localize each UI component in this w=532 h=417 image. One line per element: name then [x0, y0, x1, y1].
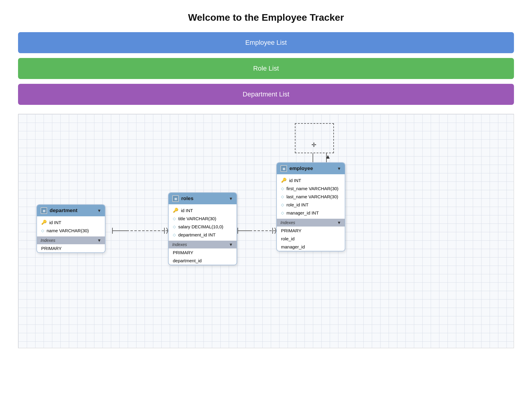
- diamond-icon: ◇: [281, 211, 284, 215]
- employee-field-firstname: ◇ first_name VARCHAR(30): [277, 184, 345, 193]
- employee-index-roleid: role_id: [277, 235, 345, 243]
- diamond-icon: ◇: [173, 224, 176, 229]
- employee-index-primary: PRIMARY: [277, 227, 345, 235]
- indexes-chevron-icon: ▼: [97, 238, 101, 243]
- diamond-icon: ◇: [281, 194, 284, 199]
- employee-fields: 🔑 id INT ◇ first_name VARCHAR(30) ◇ last…: [277, 174, 345, 219]
- roles-table: ▦ roles ▼ 🔑 id INT ◇ title VARCHAR(30) ◇…: [168, 192, 237, 265]
- roles-table-name: roles: [181, 196, 194, 202]
- department-fields: 🔑 id INT ◇ name VARCHAR(30): [37, 216, 105, 236]
- employee-field-managerid: ◇ manager_id INT: [277, 209, 345, 217]
- indexes-chevron-icon: ▼: [229, 242, 233, 247]
- diamond-icon: ◇: [173, 233, 176, 237]
- employee-indexes-header[interactable]: Indexes ▼: [277, 219, 345, 227]
- roles-index-primary: PRIMARY: [169, 248, 237, 257]
- nav-buttons: Employee List Role List Department List: [18, 32, 514, 105]
- roles-field-dept-id: ◇ department_id INT: [169, 231, 237, 239]
- diamond-icon: ◇: [281, 202, 284, 207]
- employee-table: ▦ employee ▼ 🔑 id INT ◇ first_name VARCH…: [276, 162, 345, 251]
- key-icon: 🔑: [173, 208, 179, 213]
- department-table-header: ▦ department ▼: [37, 205, 105, 216]
- department-indexes-header[interactable]: Indexes ▼: [37, 236, 105, 244]
- department-field-name: ◇ name VARCHAR(30): [37, 227, 105, 235]
- diamond-icon: ◇: [281, 186, 284, 191]
- role-list-button[interactable]: Role List: [18, 58, 514, 79]
- page-title: Welcome to the Employee Tracker: [18, 12, 514, 23]
- employee-field-roleid: ◇ role_id INT: [277, 201, 345, 209]
- employee-chevron-icon[interactable]: ▼: [337, 166, 341, 171]
- employee-table-header: ▦ employee ▼: [277, 163, 345, 174]
- department-list-button[interactable]: Department List: [18, 84, 514, 105]
- roles-index-dept: department_id: [169, 257, 237, 265]
- key-icon: 🔑: [41, 220, 47, 225]
- move-icon: ✛: [311, 141, 316, 148]
- roles-chevron-icon[interactable]: ▼: [229, 196, 233, 201]
- employee-table-name: employee: [289, 166, 313, 172]
- roles-table-icon: ▦: [172, 195, 179, 202]
- department-chevron-icon[interactable]: ▼: [97, 208, 101, 213]
- department-field-id: 🔑 id INT: [37, 218, 105, 227]
- arrow-up-icon: ▲: [325, 153, 331, 160]
- employee-field-lastname: ◇ last_name VARCHAR(30): [277, 193, 345, 201]
- roles-table-header: ▦ roles ▼: [169, 193, 237, 204]
- roles-fields: 🔑 id INT ◇ title VARCHAR(30) ◇ salary DE…: [169, 204, 237, 241]
- roles-indexes-header[interactable]: Indexes ▼: [169, 241, 237, 248]
- roles-field-id: 🔑 id INT: [169, 206, 237, 215]
- key-icon: 🔑: [281, 178, 287, 183]
- department-table-name: department: [50, 208, 78, 214]
- roles-field-salary: ◇ salary DECIMAL(10,0): [169, 223, 237, 231]
- employee-list-button[interactable]: Employee List: [18, 32, 514, 53]
- diamond-icon: ◇: [41, 228, 44, 233]
- department-table: ▦ department ▼ 🔑 id INT ◇ name VARCHAR(3…: [36, 204, 105, 253]
- department-index-primary: PRIMARY: [37, 244, 105, 252]
- employee-field-id: 🔑 id INT: [277, 176, 345, 184]
- employee-index-managerid: manager_id: [277, 243, 345, 251]
- er-diagram: ✛ ▲ ▦ department ▼ 🔑 id INT: [18, 114, 514, 348]
- roles-field-title: ◇ title VARCHAR(30): [169, 215, 237, 223]
- department-table-icon: ▦: [41, 207, 47, 214]
- diamond-icon: ◇: [173, 216, 176, 221]
- selection-box: [295, 123, 334, 153]
- indexes-chevron-icon: ▼: [337, 220, 341, 225]
- employee-table-icon: ▦: [280, 165, 287, 172]
